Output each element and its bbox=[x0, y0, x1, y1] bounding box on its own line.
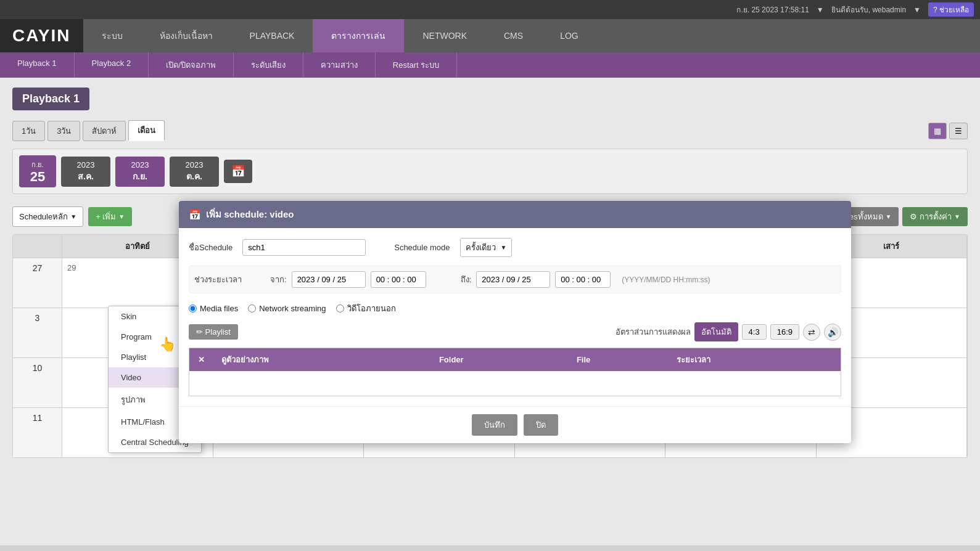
subnav-onoff[interactable]: เปิด/ปิดจอภาพ bbox=[149, 52, 234, 78]
modal-icon: 📅 bbox=[189, 209, 201, 221]
schedule-mode-select[interactable]: ครั้งเดียว ▼ bbox=[460, 238, 513, 257]
month-aug[interactable]: 2023 ส.ค. bbox=[61, 157, 110, 187]
modal-title: เพิ่ม schedule: video bbox=[206, 207, 294, 222]
view-week[interactable]: สัปดาห์ bbox=[83, 121, 126, 141]
close-button[interactable]: ปิด bbox=[524, 414, 558, 436]
grid-view-button[interactable]: ▦ bbox=[928, 123, 947, 139]
view-1day[interactable]: 1วัน bbox=[12, 121, 45, 141]
month-sep[interactable]: 2023 ก.ย. bbox=[115, 157, 165, 187]
help-button[interactable]: ? ช่วยเหลือ bbox=[928, 2, 974, 17]
nav-log[interactable]: LOG bbox=[541, 19, 597, 52]
ratio-controls: อัตราส่วนการแสดงผล อัตโนมัติ 4:3 16:9 ⇄ … bbox=[616, 322, 841, 341]
tab-ext-radio[interactable] bbox=[336, 304, 344, 312]
month-oct-label: ต.ค. bbox=[179, 169, 209, 183]
tab-media-radio[interactable] bbox=[189, 304, 197, 312]
schedule-filter[interactable]: Scheduleหลัก ▼ bbox=[12, 206, 83, 227]
form-row-name: ชื่อSchedule Schedule mode ครั้งเดียว ▼ bbox=[189, 238, 841, 257]
week-num-3: 3 bbox=[13, 308, 62, 357]
nav-schedule[interactable]: ตารางการเล่น bbox=[313, 19, 404, 52]
tab-streaming-label: Network streaming bbox=[259, 304, 326, 313]
user-dropdown[interactable]: ▼ bbox=[913, 6, 921, 14]
modal-add-schedule: 📅 เพิ่ม schedule: video ชื่อSchedule Sch… bbox=[179, 201, 851, 443]
schedule-filter-label: Scheduleหลัก bbox=[19, 210, 68, 223]
volume-button[interactable]: 🔊 bbox=[824, 324, 841, 341]
datetime: ก.ย. 25 2023 17:58:11 bbox=[736, 4, 809, 15]
playlist-button[interactable]: ✏ Playlist bbox=[189, 324, 238, 340]
subnav-brightness[interactable]: ความสว่าง bbox=[303, 52, 376, 78]
settings-button[interactable]: ⚙ การตั้งค่า ▼ bbox=[902, 207, 968, 226]
ratio-auto-button[interactable]: อัตโนมัติ bbox=[694, 322, 738, 341]
subnav-playback2[interactable]: Playback 2 bbox=[75, 52, 149, 78]
time-from-date[interactable] bbox=[292, 271, 366, 288]
nav-storage[interactable]: ห้องเก็บเนื้อหา bbox=[141, 19, 231, 52]
nav-cms[interactable]: CMS bbox=[485, 19, 541, 52]
subnav-restart[interactable]: Restart ระบบ bbox=[376, 52, 458, 78]
save-button[interactable]: บันทึก bbox=[472, 414, 517, 436]
date-row: ก.ย. 25 2023 ส.ค. 2023 ก.ย. 2023 ต.ค. 📅 bbox=[12, 149, 968, 194]
logo-area: CAYIN bbox=[0, 19, 83, 52]
week-num-11: 11 bbox=[13, 408, 62, 457]
delete-all-icon[interactable]: ✕ bbox=[198, 355, 205, 364]
tab-network-streaming[interactable]: Network streaming bbox=[248, 304, 326, 313]
nav-items: ระบบ ห้องเก็บเนื้อหา PLAYBACK ตารางการเล… bbox=[83, 19, 980, 52]
schedule-mode-label: Schedule mode bbox=[394, 243, 450, 252]
week-num-27: 27 bbox=[13, 258, 62, 308]
time-from-time[interactable] bbox=[371, 271, 426, 288]
settings-caret: ▼ bbox=[954, 213, 960, 220]
month-sep-label: ก.ย. bbox=[125, 169, 155, 183]
month-aug-label: ส.ค. bbox=[71, 169, 101, 183]
tab-media-files[interactable]: Media files bbox=[189, 304, 238, 313]
top-bar: ก.ย. 25 2023 17:58:11 ▼ ยินดีต้อนรับ, we… bbox=[0, 0, 980, 19]
file-table: ✕ ดูตัวอย่างภาพ Folder File ระยะเวลา bbox=[189, 348, 841, 396]
ratio-169-button[interactable]: 16:9 bbox=[770, 324, 799, 340]
calendar-icon-button[interactable]: 📅 bbox=[224, 160, 252, 183]
nav-system[interactable]: ระบบ bbox=[83, 19, 141, 52]
list-view-button[interactable]: ☰ bbox=[949, 123, 968, 139]
month-sep-year: 2023 bbox=[125, 160, 155, 169]
header-week bbox=[13, 235, 62, 258]
table-empty-row bbox=[189, 372, 841, 396]
shuffle-button[interactable]: ⇄ bbox=[803, 324, 820, 341]
main-nav: CAYIN ระบบ ห้องเก็บเนื้อหา PLAYBACK ตารา… bbox=[0, 19, 980, 52]
view-month[interactable]: เดือน bbox=[128, 120, 165, 141]
settings-label: ⚙ การตั้งค่า bbox=[910, 210, 952, 223]
add-button-label: + เพิ่ม bbox=[96, 210, 116, 223]
view-3day[interactable]: 3วัน bbox=[47, 121, 80, 141]
table-header-folder: Folder bbox=[432, 348, 569, 372]
schedule-mode-value: ครั้งเดียว bbox=[466, 241, 496, 254]
schedule-filter-caret: ▼ bbox=[70, 213, 76, 220]
datetime-dropdown[interactable]: ▼ bbox=[817, 6, 824, 14]
subnav-volume[interactable]: ระดับเสียง bbox=[234, 52, 303, 78]
month-oct[interactable]: 2023 ต.ค. bbox=[170, 157, 219, 187]
month-oct-year: 2023 bbox=[179, 160, 209, 169]
ratio-43-button[interactable]: 4:3 bbox=[742, 324, 767, 340]
table-header-delete: ✕ bbox=[189, 348, 214, 372]
time-to-time[interactable] bbox=[555, 271, 611, 288]
logo: CAYIN bbox=[12, 26, 71, 46]
tab-ext-video[interactable]: วิดีโอภายนอก bbox=[336, 302, 396, 315]
schedules-caret: ▼ bbox=[886, 213, 892, 220]
month-aug-year: 2023 bbox=[71, 160, 101, 169]
today-day-num: 25 bbox=[27, 170, 49, 184]
add-button[interactable]: + เพิ่ม ▼ bbox=[88, 207, 132, 226]
nav-playback[interactable]: PLAYBACK bbox=[231, 19, 313, 52]
time-range-label: ช่วงระยะเวลา bbox=[194, 273, 242, 286]
sub-nav: Playback 1 Playback 2 เปิด/ปิดจอภาพ ระดั… bbox=[0, 52, 980, 78]
user-welcome: ยินดีต้อนรับ, webadmin bbox=[831, 4, 906, 15]
time-to-date[interactable] bbox=[476, 271, 550, 288]
time-hint: (YYYY/MM/DD HH:mm:ss) bbox=[622, 276, 710, 284]
time-to-label: ถึง: bbox=[461, 273, 472, 286]
time-from-label: จาก: bbox=[270, 273, 287, 286]
table-header-preview: ดูตัวอย่างภาพ bbox=[214, 348, 432, 372]
ratio-label: อัตราส่วนการแสดงผล bbox=[616, 325, 691, 338]
schedule-name-label: ชื่อSchedule bbox=[189, 241, 233, 254]
tab-ext-label: วิดีโอภายนอก bbox=[347, 302, 396, 315]
modal-body: ชื่อSchedule Schedule mode ครั้งเดียว ▼ … bbox=[179, 228, 851, 406]
nav-network[interactable]: NETWORK bbox=[404, 19, 485, 52]
subnav-playback1[interactable]: Playback 1 bbox=[0, 52, 75, 78]
time-range-row: ช่วงระยะเวลา จาก: ถึง: (YYYY/MM/DD HH:mm… bbox=[189, 266, 841, 293]
schedule-name-input[interactable] bbox=[242, 239, 366, 256]
add-caret: ▼ bbox=[118, 213, 125, 220]
tab-streaming-radio[interactable] bbox=[248, 304, 256, 312]
radio-tabs: Media files Network streaming วิดีโอภายน… bbox=[189, 302, 841, 315]
